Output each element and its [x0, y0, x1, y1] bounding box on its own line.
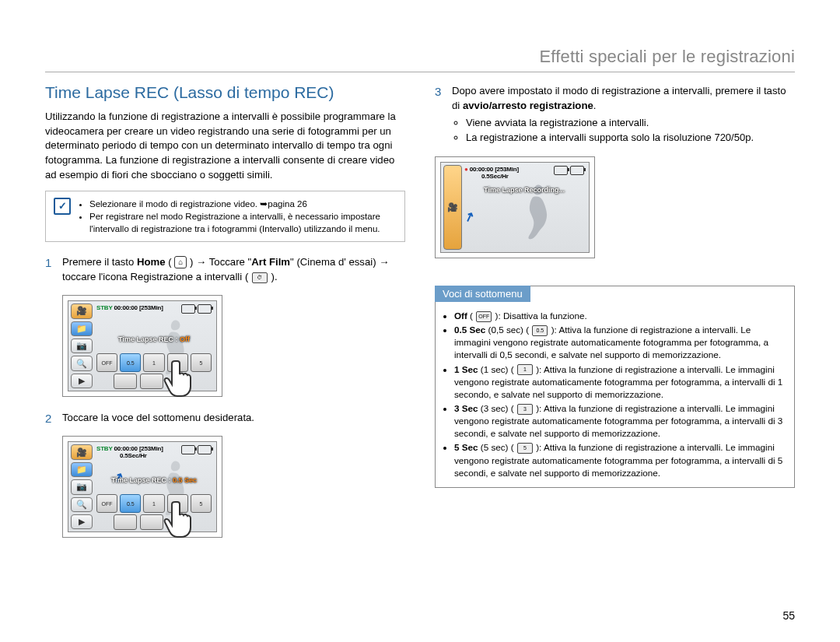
lcd-video-mode-icon: 🎥 [71, 303, 93, 318]
lcd-camera-icon: 📷 [71, 339, 93, 353]
interval-icon: 1 [517, 364, 533, 375]
submenu-item: 3 Sec (3 sec) ( 3 ): Attiva la funzione … [454, 402, 786, 440]
lcd-battery-icon [181, 445, 212, 454]
lcd-battery-icon [554, 166, 584, 175]
note-item: Selezionare il modo di registrazione vid… [89, 198, 397, 210]
screenshot-2: 🎥 📁 📷 🔍 ▶ STBY 00:00:00 [253Min] 0.5Sec/… [62, 436, 222, 538]
screenshot-1: 🎥 📁 📷 🔍 ▶ STBY 00:00:00 [253Min] Time La… [62, 295, 222, 397]
step-3: 3 Dopo avere impostato il modo di regist… [435, 83, 795, 146]
hand-pointer-icon [162, 357, 201, 400]
lcd-folder-icon: 📁 [71, 321, 93, 336]
lcd-camera-icon: 📷 [71, 479, 93, 494]
off-icon: OFF [476, 311, 492, 322]
step-number: 2 [45, 410, 51, 427]
lcd-play-icon: ▶ [71, 514, 93, 529]
page-number: 55 [782, 609, 795, 622]
step-text: Toccare la voce del sottomenu desiderata… [62, 412, 254, 423]
page-header: Effetti speciali per le registrazioni [45, 47, 795, 67]
bullet-item: La registrazione a intervalli supporta s… [466, 131, 795, 146]
arrow-icon: ↗ [462, 208, 477, 225]
home-icon: ⌂ [174, 256, 187, 268]
lcd-play-icon: ▶ [71, 374, 93, 388]
step-text: Premere il tasto Home ( ⌂ ) → Toccare "A… [62, 256, 389, 282]
screenshot-3: 🎥 ● 00:00:00 [253Min] 0.5Sec/Hr ↗ Time L… [435, 156, 595, 258]
hand-pointer-icon [162, 498, 201, 541]
submenu-box: Voci di sottomenu Off ( OFF ): Disattiva… [435, 286, 795, 488]
step-3-bullets: Viene avviata la registrazione a interva… [452, 116, 795, 146]
lcd-status: STBY 00:00:00 [253Min] [96, 304, 163, 311]
submenu-list: Off ( OFF ): Disattiva la funzione. 0.5 … [443, 310, 786, 479]
note-icon: ✓ [54, 198, 71, 215]
submenu-heading: Voci di sottomenu [435, 286, 530, 302]
interval-icon: 5 [517, 443, 533, 454]
step-text: Dopo avere impostato il modo di registra… [452, 85, 786, 111]
right-column: 3 Dopo avere impostato il modo di regist… [435, 83, 795, 551]
submenu-item: 1 Sec (1 sec) ( 1 ): Attiva la funzione … [454, 363, 786, 401]
left-column: Time Lapse REC (Lasso di tempo REC) Util… [45, 83, 405, 551]
lcd-video-mode-icon: 🎥 [71, 444, 93, 459]
step-number: 1 [45, 254, 51, 272]
note-item: Per registrare nel modo Registrazione a … [89, 210, 397, 235]
intro-paragraph: Utilizzando la funzione di registrazione… [45, 110, 405, 183]
lcd-opt: OFF [96, 353, 117, 372]
lcd-zoom-icon: 🔍 [71, 497, 93, 512]
lcd-opt: 0.5 [120, 353, 141, 372]
lcd-status: ● 00:00:00 [253Min] 0.5Sec/Hr [464, 166, 519, 180]
lcd-opt: OFF [96, 494, 117, 513]
submenu-item: 0.5 Sec (0,5 sec) ( 0.5 ): Attiva la fun… [454, 324, 786, 361]
lcd-overlay: Time Lapse Recording... [464, 186, 584, 194]
timelapse-icon: ⏱ [252, 272, 268, 283]
lcd-opt: 0.5 [120, 494, 141, 513]
step-1: 1 Premere il tasto Home ( ⌂ ) → Toccare … [45, 254, 405, 284]
submenu-item: Off ( OFF ): Disattiva la funzione. [454, 310, 786, 322]
lcd-battery-icon [181, 304, 212, 314]
lcd-folder-icon: 📁 [71, 462, 93, 477]
note-list: Selezionare il modo di registrazione vid… [77, 198, 397, 235]
submenu-item: 5 Sec (5 sec) ( 5 ): Attiva la funzione … [454, 441, 786, 479]
note-box: ✓ Selezionare il modo di registrazione v… [45, 191, 405, 242]
divider [45, 72, 795, 72]
step-2: 2 Toccare la voce del sottomenu desidera… [45, 410, 405, 425]
lcd-video-mode-icon: 🎥 [443, 165, 462, 250]
section-title: Time Lapse REC (Lasso di tempo REC) [45, 83, 405, 102]
lcd-overlay: Time Lapse REC : 0.5 Sec [96, 476, 212, 484]
interval-icon: 3 [517, 404, 533, 415]
lcd-zoom-icon: 🔍 [71, 356, 93, 370]
lcd-overlay: Time Lapse REC : Off [96, 335, 212, 343]
step-number: 3 [435, 83, 441, 100]
interval-icon: 0.5 [532, 325, 548, 336]
bullet-item: Viene avviata la registrazione a interva… [466, 116, 795, 131]
